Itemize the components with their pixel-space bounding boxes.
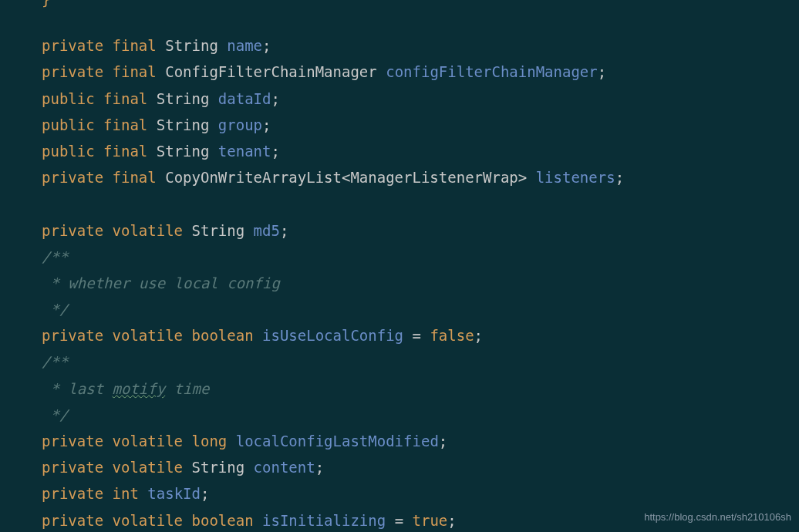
angle-bracket: <: [342, 169, 350, 186]
keyword-private: private: [42, 222, 103, 239]
keyword-private: private: [42, 433, 103, 450]
comment-open: /**: [42, 244, 799, 270]
watermark-text: https://blog.csdn.net/sh210106sh: [644, 508, 791, 526]
semicolon: ;: [315, 459, 324, 476]
semicolon: ;: [447, 512, 456, 529]
semicolon: ;: [598, 63, 606, 80]
keyword-final: final: [103, 90, 147, 107]
keyword-final: final: [113, 63, 157, 80]
code-line: private final String name;: [42, 32, 799, 59]
keyword-public: public: [42, 116, 95, 133]
keyword-volatile: volatile: [113, 433, 184, 450]
type: String: [157, 90, 210, 107]
code-line: private volatile String content;: [42, 454, 799, 480]
keyword-volatile: volatile: [113, 222, 184, 239]
semicolon: ;: [262, 116, 271, 133]
comment-text: time: [165, 380, 209, 397]
identifier: tenant: [218, 143, 271, 160]
type-int: int: [113, 485, 139, 502]
identifier: listeners: [536, 169, 615, 186]
type: ConfigFilterChainManager: [165, 63, 377, 80]
equals: =: [386, 512, 412, 529]
type-param: ManagerListenerWrap: [350, 169, 517, 186]
identifier: localConfigLastModified: [236, 433, 439, 450]
comment-body: * last motify time: [42, 375, 799, 402]
identifier: name: [227, 37, 262, 54]
boolean-literal: true: [413, 512, 448, 529]
type: CopyOnWriteArrayList: [165, 169, 342, 186]
identifier: md5: [254, 222, 280, 239]
blank-line: [42, 6, 799, 32]
comment-close: */: [42, 296, 799, 322]
comment-text: * last: [42, 380, 113, 397]
comment-close: */: [42, 402, 799, 428]
identifier: isUseLocalConfig: [262, 327, 403, 344]
identifier: taskId: [147, 485, 201, 502]
type: String: [157, 116, 210, 133]
code-line: private int taskId;: [42, 480, 799, 507]
keyword-private: private: [42, 63, 103, 80]
semicolon: ;: [280, 222, 288, 239]
semicolon: ;: [201, 485, 209, 502]
angle-bracket: >: [518, 169, 527, 186]
keyword-final: final: [103, 116, 147, 133]
code-block: private final String name; private final…: [42, 6, 799, 532]
semicolon: ;: [262, 37, 271, 54]
type-boolean: boolean: [192, 327, 254, 344]
code-line: private final ConfigFilterChainManager c…: [42, 59, 799, 85]
keyword-volatile: volatile: [113, 512, 184, 529]
code-line: private volatile String md5;: [42, 217, 799, 244]
code-line: private volatile long localConfigLastMod…: [42, 428, 799, 454]
keyword-private: private: [42, 459, 103, 476]
code-line: public final String tenant;: [42, 138, 799, 164]
type: String: [157, 143, 210, 160]
typo-warning: motify: [113, 380, 166, 397]
boolean-literal: false: [430, 327, 474, 344]
keyword-final: final: [103, 143, 147, 160]
blank-line: [42, 190, 799, 217]
keyword-volatile: volatile: [113, 327, 184, 344]
comment-open: /**: [42, 348, 799, 375]
keyword-final: final: [113, 37, 157, 54]
keyword-public: public: [42, 143, 95, 160]
equals: =: [403, 327, 430, 344]
keyword-volatile: volatile: [113, 459, 184, 476]
semicolon: ;: [271, 90, 279, 107]
semicolon: ;: [474, 327, 483, 344]
identifier: group: [218, 116, 262, 133]
code-line: private volatile boolean isUseLocalConfi…: [42, 322, 799, 348]
keyword-private: private: [42, 512, 103, 529]
type-boolean: boolean: [192, 512, 254, 529]
identifier: content: [254, 459, 315, 476]
code-line: public final String dataId;: [42, 86, 799, 112]
identifier: configFilterChainManager: [386, 63, 598, 80]
semicolon: ;: [271, 143, 279, 160]
type-long: long: [192, 433, 228, 450]
code-line: private final CopyOnWriteArrayList<Manag…: [42, 164, 799, 190]
type: String: [192, 222, 245, 239]
keyword-private: private: [42, 485, 103, 502]
semicolon: ;: [615, 169, 624, 186]
type: String: [192, 459, 245, 476]
code-line: public final String group;: [42, 112, 799, 138]
code-fragment-top: }: [42, 0, 50, 12]
keyword-final: final: [113, 169, 157, 186]
semicolon: ;: [439, 433, 447, 450]
keyword-private: private: [42, 169, 103, 186]
keyword-private: private: [42, 37, 103, 54]
keyword-private: private: [42, 327, 103, 344]
identifier: dataId: [218, 90, 271, 107]
identifier: isInitializing: [262, 512, 386, 529]
type: String: [165, 37, 218, 54]
comment-body: * whether use local config: [42, 270, 799, 296]
keyword-public: public: [42, 90, 95, 107]
